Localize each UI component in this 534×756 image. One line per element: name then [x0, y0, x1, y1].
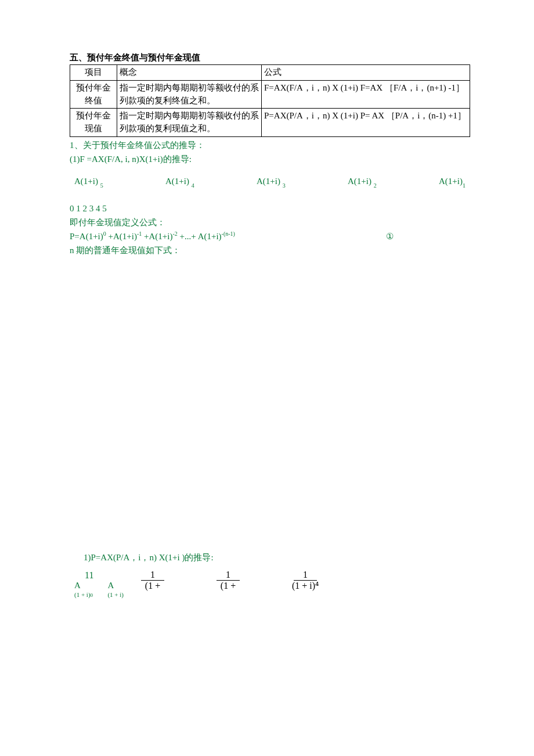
A-label: A (1 + i) — [107, 581, 124, 598]
A-label: A (1 + i)0 — [74, 581, 93, 598]
term: A(1+i)1 — [439, 177, 466, 188]
pv-def-formula: P=A(1+i)0 +A(1+i)-1 +A(1+i)-2 +...+ A(1+… — [70, 229, 470, 243]
cell-formula: F=AX(F/A，i，n) X (1+i) F=AX ［F/A，i，(n+1) … — [262, 80, 470, 109]
cell-formula: P=AX(P/A，i，n) X (1+i) P= AX ［P/A，i，(n-1)… — [262, 109, 470, 137]
fraction: 1 (1 + — [217, 570, 240, 591]
th-formula: 公式 — [262, 65, 470, 81]
definition-table: 项目 概念 公式 预付年金终值 指一定时期内每期期初等额收付的系列款项的复利终值… — [70, 64, 470, 137]
blank-space — [70, 257, 470, 550]
cell-concept: 指一定时期内每期期初等额收付的系列款项的复利现值之和。 — [117, 109, 262, 137]
eq-number: ① — [386, 229, 394, 243]
table-row: 预付年金终值 指一定时期内每期期初等额收付的系列款项的复利终值之和。 F=AX(… — [70, 80, 470, 109]
cell-concept: 指一定时期内每期期初等额收付的系列款项的复利终值之和。 — [117, 80, 262, 109]
th-item: 项目 — [70, 65, 117, 81]
pv-def-label: 即付年金现值定义公式： — [70, 215, 470, 229]
term-row: A(1+i) 5 A(1+i) 4 A(1+i) 3 A(1+i) 2 A(1+… — [74, 177, 466, 188]
eleven: 11 — [85, 570, 93, 581]
deriv-sub: (1)F =AX(F/A, i, n)X(1+i)的推导: — [70, 152, 470, 166]
tiny-den: (1 + i)0 — [74, 592, 93, 598]
term: A(1+i) 4 — [165, 177, 194, 188]
cell-item: 预付年金终值 — [70, 80, 117, 109]
cell-item: 预付年金现值 — [70, 109, 117, 137]
th-concept: 概念 — [117, 65, 262, 81]
ordinary-pv-label: n 期的普通年金现值如下式： — [70, 243, 470, 257]
index-numbers: 0 1 2 3 4 5 — [70, 201, 470, 215]
deriv-sub-2: 1)P=AX(P/A，i，n) X(1+i )的推导: — [84, 550, 470, 564]
term: A(1+i) 5 — [74, 177, 103, 188]
fraction: 1 (1 + i)⁴ — [292, 570, 319, 591]
section-title: 五、预付年金终值与预付年金现值 — [70, 52, 470, 63]
fraction-row: 11 A (1 + i)0 A (1 + i) 1 (1 + 1 — [74, 570, 470, 598]
lead-terms: 11 A (1 + i)0 A (1 + i) — [74, 570, 124, 598]
table-header-row: 项目 概念 公式 — [70, 65, 470, 81]
term: A(1+i) 2 — [348, 177, 377, 188]
table-row: 预付年金现值 指一定时期内每期期初等额收付的系列款项的复利现值之和。 P=AX(… — [70, 109, 470, 137]
fractions: 1 (1 + 1 (1 + 1 (1 + i)⁴ — [141, 570, 319, 591]
term: A(1+i) 3 — [257, 177, 286, 188]
fraction: 1 (1 + — [141, 570, 164, 591]
deriv-heading: 1、关于预付年金终值公式的推导： — [70, 138, 470, 152]
tiny-den: (1 + i) — [107, 592, 124, 598]
